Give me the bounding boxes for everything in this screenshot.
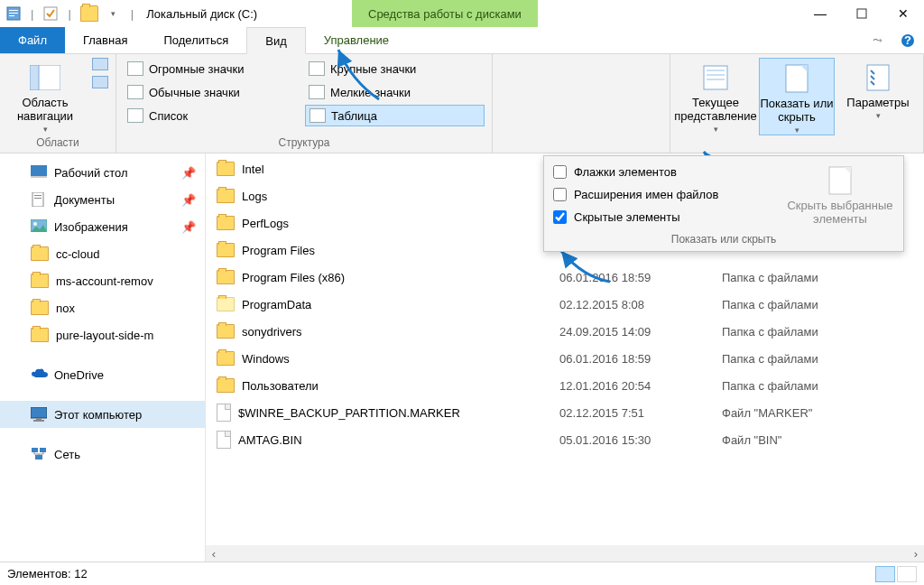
folder-icon bbox=[80, 5, 98, 22]
pictures-icon bbox=[31, 219, 47, 234]
current-view-icon bbox=[699, 61, 732, 94]
qat-dropdown-icon[interactable]: ▾ bbox=[106, 5, 122, 22]
file-row[interactable]: sonydrivers24.09.2015 14:09Папка с файла… bbox=[217, 318, 924, 345]
file-row[interactable]: Пользователи12.01.2016 20:54Папка с файл… bbox=[217, 372, 924, 399]
file-date: 02.12.2015 8:08 bbox=[559, 298, 722, 311]
file-date: 06.01.2016 18:59 bbox=[559, 352, 722, 366]
horizontal-scrollbar[interactable]: ‹ › bbox=[206, 545, 924, 562]
svg-rect-21 bbox=[34, 198, 42, 199]
nav-desktop[interactable]: Рабочий стол📌 bbox=[0, 159, 205, 186]
svg-rect-9 bbox=[30, 65, 39, 90]
folder-icon bbox=[31, 328, 49, 342]
layout-gallery[interactable]: Огромные значки Крупные значки Обычные з… bbox=[124, 58, 485, 126]
file-type: Файл "MARKER" bbox=[722, 406, 812, 420]
options-button[interactable]: Параметры ▾ bbox=[840, 58, 916, 135]
file-row[interactable]: $WINRE_BACKUP_PARTITION.MARKER02.12.2015… bbox=[217, 399, 924, 426]
checkbox-item-checkboxes[interactable]: Флажки элементов bbox=[553, 165, 719, 179]
nav-pictures[interactable]: Изображения📌 bbox=[0, 213, 205, 240]
scroll-right-button[interactable]: › bbox=[908, 545, 924, 562]
file-row[interactable]: Program Files (x86)06.01.2016 18:59Папка… bbox=[217, 264, 924, 291]
layout-details[interactable]: Таблица bbox=[305, 105, 485, 126]
ribbon-tabs: Файл Главная Поделиться Вид Управление ⤳… bbox=[0, 27, 924, 54]
nav-pure-layout[interactable]: pure-layout-side-m bbox=[0, 321, 205, 348]
separator: | bbox=[68, 7, 70, 21]
nav-documents[interactable]: Документы📌 bbox=[0, 186, 205, 213]
nav-network[interactable]: Сеть bbox=[0, 441, 205, 468]
details-pane-icon[interactable] bbox=[92, 76, 108, 88]
svg-rect-17 bbox=[31, 165, 47, 176]
separator: | bbox=[31, 7, 33, 21]
nav-nox[interactable]: nox bbox=[0, 294, 205, 321]
file-date: 24.09.2015 14:09 bbox=[559, 325, 722, 339]
tab-manage[interactable]: Управление bbox=[306, 27, 407, 53]
status-text: Элементов: 12 bbox=[7, 567, 88, 580]
tab-home[interactable]: Главная bbox=[65, 27, 145, 53]
network-icon bbox=[31, 447, 47, 461]
folder-icon bbox=[31, 246, 49, 261]
maximize-button[interactable] bbox=[841, 0, 882, 27]
svg-rect-19 bbox=[32, 192, 43, 207]
layout-medium-icons[interactable]: Обычные значки bbox=[124, 81, 303, 103]
svg-rect-14 bbox=[786, 65, 808, 92]
scroll-left-button[interactable]: ‹ bbox=[206, 545, 222, 562]
checkbox-icon[interactable] bbox=[42, 5, 59, 22]
folder-icon bbox=[217, 297, 235, 311]
file-date: 02.12.2015 7:51 bbox=[559, 406, 722, 420]
file-name: Windows bbox=[242, 352, 290, 366]
hide-selected-button[interactable]: Скрыть выбранные элементы bbox=[786, 165, 894, 226]
minimize-ribbon-icon[interactable]: ⤳ bbox=[864, 27, 892, 53]
checkbox-file-extensions[interactable]: Расширения имен файлов bbox=[553, 188, 719, 201]
file-row[interactable]: ProgramData02.12.2015 8:08Папка с файлам… bbox=[217, 291, 924, 318]
file-type: Папка с файлами bbox=[722, 352, 818, 366]
nav-ms-account[interactable]: ms-account-remov bbox=[0, 267, 205, 294]
quick-access-toolbar: | | ▾ | Локальный диск (C:) bbox=[5, 5, 257, 22]
svg-rect-16 bbox=[867, 65, 889, 90]
nav-onedrive[interactable]: OneDrive bbox=[0, 361, 205, 388]
file-date: 05.01.2016 15:30 bbox=[559, 433, 722, 447]
svg-rect-26 bbox=[33, 420, 44, 422]
properties-icon[interactable] bbox=[5, 5, 22, 22]
help-icon[interactable]: ? bbox=[892, 27, 924, 53]
ribbon-spacer bbox=[493, 54, 670, 153]
preview-pane-icon[interactable] bbox=[92, 58, 108, 70]
show-hide-button[interactable]: Показать или скрыть▾ bbox=[759, 58, 835, 135]
file-row[interactable]: Windows06.01.2016 18:59Папка с файлами bbox=[217, 345, 924, 372]
minimize-button[interactable]: — bbox=[799, 0, 841, 27]
current-view-button[interactable]: Текущее представление▾ bbox=[678, 58, 753, 135]
file-row[interactable]: AMTAG.BIN05.01.2016 15:30Файл "BIN" bbox=[217, 426, 924, 453]
layout-list[interactable]: Список bbox=[124, 105, 303, 126]
pin-icon: 📌 bbox=[181, 220, 196, 234]
tab-file[interactable]: Файл bbox=[0, 27, 65, 53]
file-date: 12.01.2016 20:54 bbox=[559, 379, 722, 393]
checkbox-hidden-items[interactable]: Скрытые элементы bbox=[553, 210, 719, 224]
folder-icon bbox=[217, 351, 235, 366]
folder-icon bbox=[217, 378, 235, 393]
icons-view-button[interactable] bbox=[897, 566, 917, 582]
file-type: Папка с файлами bbox=[722, 271, 818, 284]
folder-icon bbox=[217, 243, 235, 257]
navigation-pane-button[interactable]: Область навигации ▾ bbox=[7, 58, 83, 134]
layout-huge-icons[interactable]: Огромные значки bbox=[124, 58, 303, 79]
file-type: Файл "BIN" bbox=[722, 433, 781, 447]
tab-share[interactable]: Поделиться bbox=[145, 27, 246, 53]
details-view-button[interactable] bbox=[875, 566, 895, 582]
tab-view[interactable]: Вид bbox=[246, 27, 306, 54]
options-icon bbox=[862, 61, 894, 94]
file-name: ProgramData bbox=[242, 298, 311, 311]
close-button[interactable]: ✕ bbox=[882, 0, 924, 27]
file-name: Program Files (x86) bbox=[242, 271, 345, 284]
desktop-icon bbox=[31, 165, 47, 180]
nav-this-pc[interactable]: Этот компьютер bbox=[0, 401, 205, 428]
svg-rect-1 bbox=[9, 10, 18, 11]
group-label-panes: Области bbox=[7, 135, 108, 153]
layout-large-icons[interactable]: Крупные значки bbox=[305, 58, 485, 79]
scroll-track[interactable] bbox=[222, 547, 908, 560]
svg-rect-3 bbox=[9, 15, 14, 16]
file-name: Logs bbox=[242, 190, 267, 203]
svg-rect-27 bbox=[32, 448, 38, 452]
nav-cc-cloud[interactable]: cc-cloud bbox=[0, 240, 205, 267]
file-type: Папка с файлами bbox=[722, 379, 818, 393]
layout-small-icons[interactable]: Мелкие значки bbox=[305, 81, 485, 103]
navigation-pane: Рабочий стол📌 Документы📌 Изображения📌 cc… bbox=[0, 153, 206, 562]
onedrive-icon bbox=[31, 367, 47, 382]
